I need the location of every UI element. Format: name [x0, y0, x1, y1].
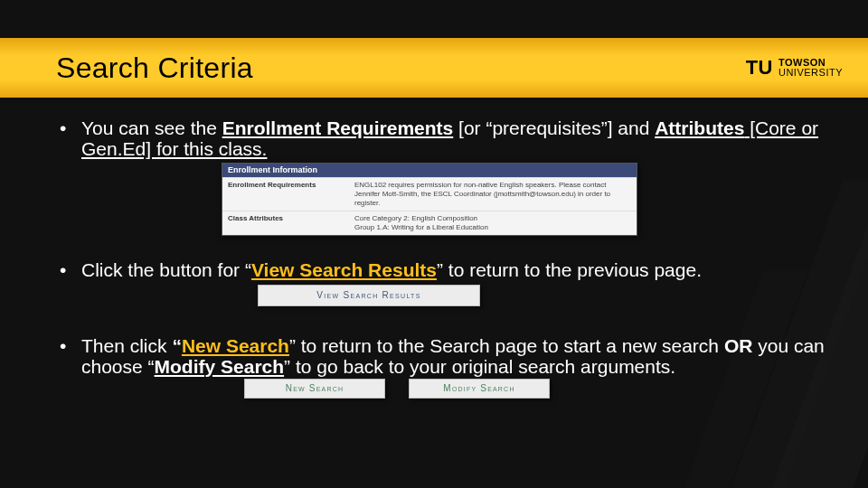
new-search-label: New Search	[182, 335, 289, 356]
enrollment-info-panel: Enrollment Information Enrollment Requir…	[222, 163, 637, 236]
search-buttons-group: New Search Modify Search	[244, 379, 832, 399]
new-search-button[interactable]: New Search	[244, 379, 385, 399]
slide-content: You can see the Enrollment Requirements …	[56, 117, 832, 408]
modify-search-label: Modify Search	[155, 356, 285, 377]
slide-title: Search Criteria	[56, 52, 253, 85]
logo-line2: UNIVERSITY	[778, 68, 843, 78]
towson-logo: TU TOWSON UNIVERSITY	[746, 56, 843, 80]
or-label: OR	[724, 335, 753, 356]
view-search-results-button[interactable]: View Search Results	[258, 285, 480, 306]
bullet-1: You can see the Enrollment Requirements …	[56, 117, 832, 236]
view-search-results-label: View Search Results	[251, 259, 437, 280]
attributes-label: Attributes	[655, 117, 744, 138]
modify-search-button[interactable]: Modify Search	[409, 379, 550, 399]
enrollment-info-header: Enrollment Information	[222, 164, 637, 177]
enrollment-row-requirements: Enrollment Requirements ENGL102 requires…	[222, 177, 637, 211]
enrollment-requirements-label: Enrollment Requirements	[222, 117, 454, 138]
logo-abbr: TU	[746, 56, 773, 80]
bullet-2: Click the button for “View Search Result…	[56, 259, 832, 305]
header-band: Search Criteria TU TOWSON UNIVERSITY	[0, 38, 868, 98]
enrollment-row-attributes: Class Attributes Core Category 2: Englis…	[222, 211, 637, 235]
bullet-3: Then click “New Search” to return to the…	[56, 335, 832, 399]
slide: Search Criteria TU TOWSON UNIVERSITY You…	[0, 0, 868, 488]
